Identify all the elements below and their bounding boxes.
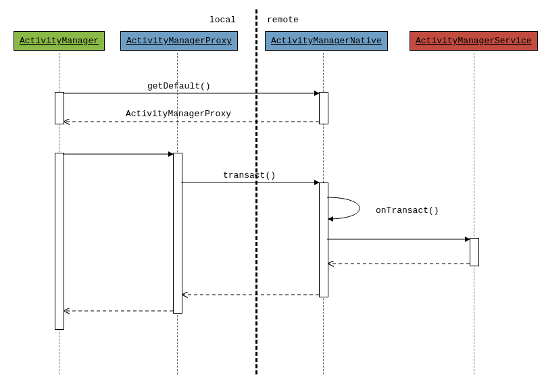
msg-label-getdefault: getDefault()	[147, 81, 211, 91]
activation-amn-1	[319, 92, 328, 124]
region-label-remote: remote	[267, 15, 299, 25]
participant-activitymanager: ActivityManager	[14, 31, 105, 51]
participant-activitymanagerservice: ActivityManagerService	[410, 31, 538, 51]
msg-label-ontransact: onTransact()	[376, 205, 439, 216]
participant-activitymanagerproxy: ActivityManagerProxy	[120, 31, 238, 51]
arrows-layer	[0, 0, 544, 392]
activation-am-1	[55, 92, 64, 124]
msg-label-returnproxy: ActivityManagerProxy	[126, 109, 231, 119]
lifeline-ams	[474, 53, 474, 374]
msg-label-transact: transact()	[223, 170, 276, 180]
participant-activitymanagernative: ActivityManagerNative	[265, 31, 388, 51]
activation-ams-1	[470, 238, 479, 266]
arrow-ontransact-self	[327, 197, 360, 219]
region-label-local: local	[209, 15, 236, 25]
sequence-diagram: local remote ActivityManager ActivityMan…	[0, 0, 544, 392]
activation-am-2	[55, 153, 64, 330]
activation-amp-1	[173, 153, 182, 314]
region-divider	[255, 9, 257, 374]
activation-amn-2	[319, 182, 328, 297]
